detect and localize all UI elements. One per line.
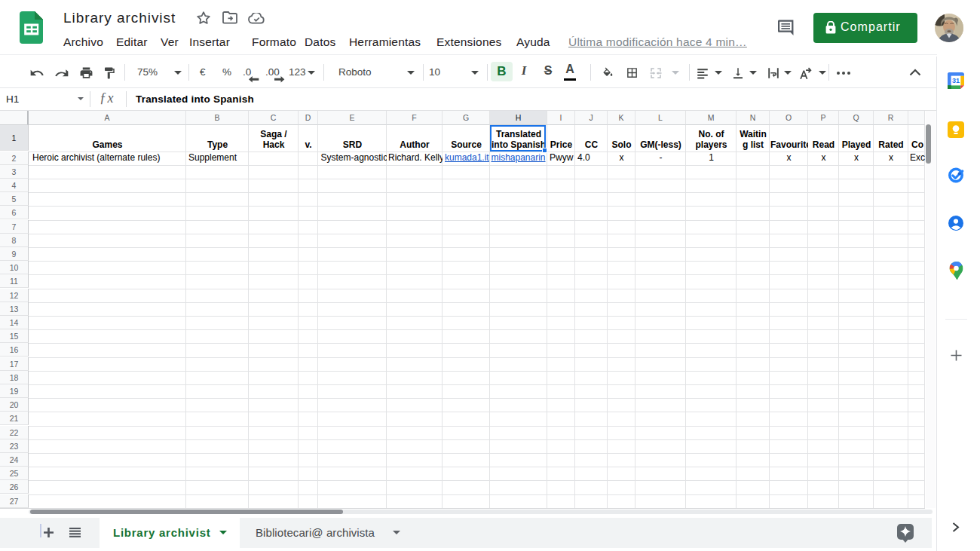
svg-text:31: 31 [952, 77, 960, 84]
